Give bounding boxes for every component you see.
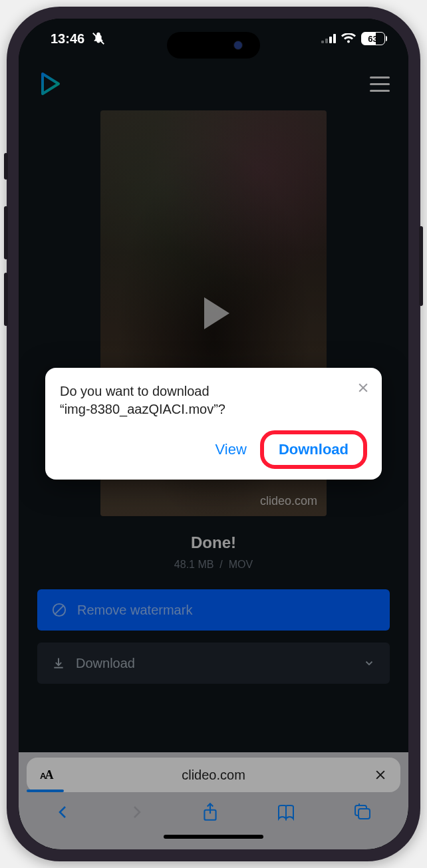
download-confirm-button[interactable]: Download [260, 430, 367, 469]
dynamic-island [167, 32, 260, 59]
prompt-line2: “img-8380_aazQIACI.mov”? [60, 402, 225, 416]
svg-rect-3 [329, 37, 332, 43]
battery-icon: 63 [361, 32, 388, 45]
svg-rect-1 [321, 41, 324, 43]
prompt-line1: Do you want to download [60, 384, 210, 398]
iphone-frame: 13:46 63 [7, 7, 420, 861]
side-button-mute [4, 153, 8, 180]
wifi-icon [341, 33, 356, 44]
side-button-vol-up [4, 206, 8, 259]
download-prompt: Do you want to download “img-8380_aazQIA… [45, 368, 382, 480]
side-button-vol-down [4, 273, 8, 326]
view-button[interactable]: View [212, 436, 251, 464]
prompt-message: Do you want to download “img-8380_aazQIA… [60, 382, 367, 418]
screen: 13:46 63 [19, 19, 408, 849]
status-time: 13:46 [51, 31, 84, 47]
close-icon[interactable] [356, 381, 370, 394]
cellular-icon [321, 34, 336, 43]
battery-pct: 63 [368, 34, 377, 44]
svg-rect-4 [333, 34, 336, 43]
svg-rect-2 [325, 39, 328, 43]
silent-icon [91, 31, 106, 46]
side-button-power [419, 226, 423, 306]
